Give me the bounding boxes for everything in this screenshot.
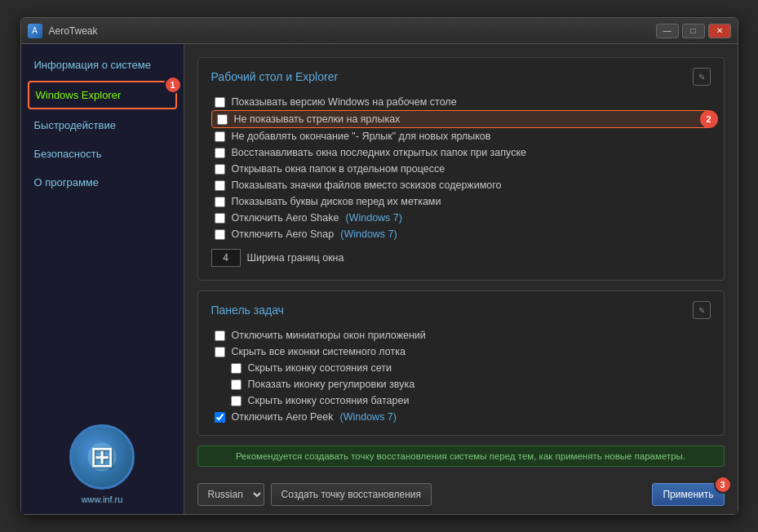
apply-button[interactable]: Применить 3 <box>652 483 724 506</box>
restore-point-button[interactable]: Создать точку восстановления <box>271 483 432 506</box>
checkbox-disable-aero-peek[interactable] <box>215 412 225 423</box>
sidebar-item-security[interactable]: Безопасность <box>21 140 184 168</box>
border-width-row: Ширина границ окна <box>211 246 711 270</box>
checkbox-restore-windows[interactable] <box>215 148 225 158</box>
option-disable-aero-shake: Отключить Aero Shake (Windows 7) <box>211 210 711 226</box>
sidebar-badge-1: 1 <box>164 76 182 94</box>
sidebar-item-about[interactable]: О программе <box>21 168 184 197</box>
checkbox-no-arrows[interactable] <box>217 114 228 125</box>
sidebar-logo: ⊞ www.inf.ru <box>21 415 184 514</box>
option-show-version: Показывать версию Windows на рабочем сто… <box>211 94 711 110</box>
titlebar: A AeroTweak — □ ✕ <box>21 18 738 44</box>
footer-info: Рекомендуется создавать точку восстановл… <box>197 446 725 467</box>
border-width-label: Ширина границ окна <box>247 252 344 264</box>
checkbox-show-drive-letters[interactable] <box>215 197 225 207</box>
titlebar-title: AeroTweak <box>49 25 656 37</box>
option-no-arrows: Не показывать стрелки на ярлыках 2 <box>211 110 711 128</box>
window-body: Информация о системе Windows Explorer 1 … <box>21 44 738 514</box>
desktop-section-title: Рабочий стол и Explorer <box>211 70 339 83</box>
option-restore-windows: Восстанавливать окна последних открытых … <box>211 144 711 161</box>
option-no-shortcut: Не добавлять окончание "- Ярлык" для нов… <box>211 128 711 144</box>
sidebar-item-info[interactable]: Информация о системе <box>21 51 184 79</box>
option-hide-volume: Показать иконку регулировки звука <box>228 376 711 392</box>
highlight-badge-2: 2 <box>700 110 718 128</box>
taskbar-section: Панель задач ✎ Отключить миниатюры окон … <box>197 290 725 436</box>
app-icon: A <box>28 24 42 38</box>
language-select[interactable]: Russian English <box>197 483 264 506</box>
sidebar-item-explorer[interactable]: Windows Explorer 1 <box>28 81 177 109</box>
taskbar-section-header: Панель задач ✎ <box>211 301 711 319</box>
desktop-section-header: Рабочий стол и Explorer ✎ <box>211 68 711 86</box>
option-disable-aero-snap: Отключить Aero Snap (Windows 7) <box>211 226 711 242</box>
taskbar-section-title: Панель задач <box>211 304 284 317</box>
option-show-icons: Показывать значки файлов вместо эскизов … <box>211 177 711 193</box>
option-separate-process: Открывать окна папок в отдельном процесс… <box>211 161 711 177</box>
sidebar-item-performance[interactable]: Быстродействие <box>21 111 184 140</box>
taskbar-section-edit-icon[interactable]: ✎ <box>693 301 711 319</box>
sidebar: Информация о системе Windows Explorer 1 … <box>21 44 184 514</box>
option-disable-aero-peek: Отключить Aero Peek (Windows 7) <box>211 409 711 425</box>
checkbox-disable-aero-snap[interactable] <box>215 229 225 240</box>
main-content: Рабочий стол и Explorer ✎ Показывать вер… <box>184 44 738 514</box>
checkbox-disable-thumbnails[interactable] <box>215 330 225 341</box>
option-show-drive-letters: Показывать буквы дисков перед их метками <box>211 193 711 210</box>
logo-circle: ⊞ <box>69 424 135 490</box>
logo-windows-icon: ⊞ <box>90 440 114 474</box>
option-disable-thumbnails: Отключить миниатюры окон приложений <box>211 327 711 344</box>
footer-controls: Russian English Создать точку восстановл… <box>197 477 725 506</box>
option-hide-tray: Скрыть все иконки системного лотка <box>211 344 711 360</box>
checkbox-hide-battery[interactable] <box>231 396 242 406</box>
logo-url: www.inf.ru <box>82 494 123 504</box>
minimize-button[interactable]: — <box>656 24 679 38</box>
checkbox-hide-volume[interactable] <box>231 379 242 390</box>
maximize-button[interactable]: □ <box>682 24 705 38</box>
close-button[interactable]: ✕ <box>708 24 731 38</box>
checkbox-hide-tray[interactable] <box>215 347 225 357</box>
checkbox-show-version[interactable] <box>215 97 225 108</box>
titlebar-controls: — □ ✕ <box>656 24 731 38</box>
checkbox-no-shortcut[interactable] <box>215 131 225 142</box>
desktop-section-edit-icon[interactable]: ✎ <box>693 68 711 86</box>
option-hide-battery: Скрыть иконку состояния батареи <box>228 392 711 409</box>
checkbox-show-icons[interactable] <box>215 180 225 191</box>
checkbox-separate-process[interactable] <box>215 164 225 175</box>
apply-badge: 3 <box>714 476 732 494</box>
border-width-input[interactable] <box>211 249 241 267</box>
checkbox-disable-aero-shake[interactable] <box>215 213 225 224</box>
desktop-section: Рабочий стол и Explorer ✎ Показывать вер… <box>197 57 725 281</box>
checkbox-hide-network[interactable] <box>231 363 242 374</box>
option-hide-network: Скрыть иконку состояния сети <box>228 360 711 376</box>
main-window: A AeroTweak — □ ✕ Информация о системе W… <box>20 17 738 515</box>
